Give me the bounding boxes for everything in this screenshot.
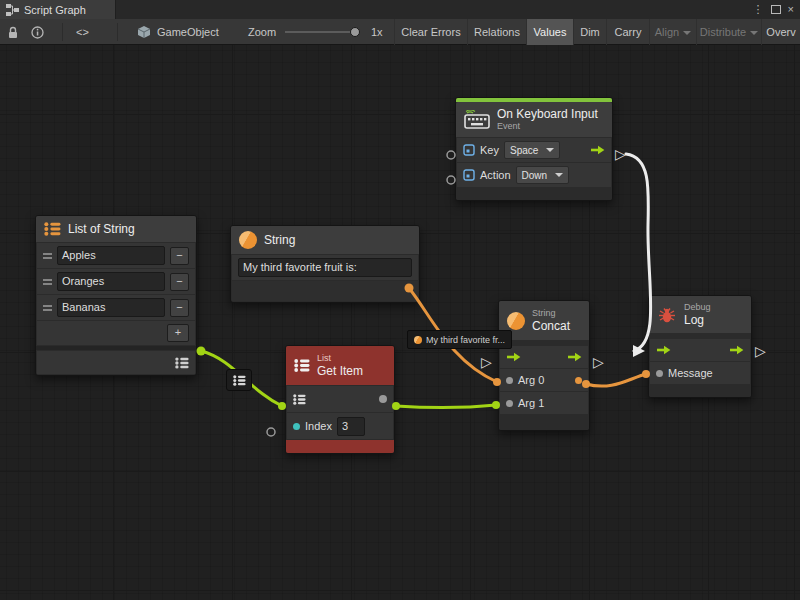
wire-concat-to-log[interactable] — [586, 374, 646, 386]
index-port-dot[interactable] — [293, 423, 300, 430]
drag-handle-icon[interactable] — [43, 279, 52, 285]
distribute-label: Distribute — [700, 26, 746, 38]
edit-code-button[interactable]: <> — [76, 19, 89, 45]
toolbar-separator — [62, 23, 63, 41]
list-icon — [175, 357, 189, 369]
graph-canvas[interactable]: On Keyboard Input Event Key Space — [0, 45, 800, 600]
wire-getitem-to-concat[interactable] — [396, 405, 496, 407]
inspect-button[interactable] — [31, 19, 44, 45]
string-value-field[interactable]: My third favorite fruit is: — [238, 258, 412, 277]
node-string-literal[interactable]: String My third favorite fruit is: — [230, 225, 420, 303]
list-item-row: Apples − — [37, 243, 195, 268]
arg1-row: Arg 1 — [500, 392, 588, 414]
wire-arrowhead — [633, 345, 645, 357]
port-getitem-index-input[interactable] — [267, 428, 275, 436]
index-row: Index 3 — [287, 413, 393, 439]
keycode-icon — [463, 144, 475, 156]
output-port-dot[interactable] — [379, 395, 387, 403]
graph-toolbar: <> GameObject Zoom 1x Clear Errors Relat… — [0, 19, 800, 45]
close-icon[interactable]: × — [788, 0, 794, 19]
node-header: List Get Item — [286, 346, 394, 385]
node-concat[interactable]: String Concat Arg 0 — [498, 300, 590, 431]
node-category: List — [317, 353, 363, 364]
remove-item-button[interactable]: − — [170, 247, 189, 265]
remove-item-button[interactable]: − — [170, 299, 189, 317]
node-title: List of String — [68, 222, 135, 236]
node-subtitle: Event — [497, 121, 598, 132]
list-item-field[interactable]: Bananas — [57, 298, 165, 317]
flow-input-arrow-icon[interactable] — [656, 345, 671, 355]
add-item-button[interactable]: + — [167, 324, 189, 342]
port-list-output[interactable] — [197, 347, 206, 356]
list-item-field[interactable]: Oranges — [57, 272, 165, 291]
key-row: Key Space — [457, 138, 611, 162]
drag-handle-icon[interactable] — [43, 253, 52, 259]
index-field[interactable]: 3 — [337, 417, 365, 436]
code-icon: <> — [76, 26, 89, 38]
list-item-field[interactable]: Apples — [57, 246, 165, 265]
node-list-of-string[interactable]: List of String Apples − Oranges − Banana… — [35, 215, 197, 376]
action-row: Action Down — [457, 163, 611, 187]
carry-button[interactable]: Carry — [606, 19, 649, 45]
distribute-button[interactable]: Distribute — [696, 19, 761, 45]
drag-handle-icon[interactable] — [43, 305, 52, 311]
message-port-dot[interactable] — [656, 370, 663, 377]
string-value-bubble: My third favorite fr... — [407, 330, 512, 349]
window-menu-icon[interactable]: ⋮ — [753, 0, 764, 19]
relations-button[interactable]: Relations — [467, 19, 526, 45]
arg0-row: Arg 0 — [500, 369, 588, 391]
node-title: Concat — [532, 319, 570, 333]
flow-row — [650, 339, 750, 361]
clear-errors-button[interactable]: Clear Errors — [394, 19, 467, 45]
gameobject-selector[interactable]: GameObject — [137, 19, 219, 45]
dim-button[interactable]: Dim — [573, 19, 606, 45]
flow-output-arrow-icon[interactable] — [567, 352, 582, 362]
string-type-icon — [507, 312, 525, 330]
node-title: Log — [684, 313, 711, 327]
list-output-row — [37, 351, 195, 374]
tab-script-graph[interactable]: Script Graph — [0, 0, 116, 19]
node-log[interactable]: Debug Log Message — [648, 295, 752, 398]
chevron-down-icon — [683, 31, 691, 35]
align-button[interactable]: Align — [649, 19, 696, 45]
string-type-icon — [239, 231, 257, 249]
zoom-slider[interactable] — [285, 31, 357, 33]
gameobject-icon — [137, 25, 151, 39]
string-value-row: My third favorite fruit is: — [232, 255, 418, 280]
add-item-row: + — [37, 321, 195, 345]
arg1-port-dot[interactable] — [506, 400, 513, 407]
flow-triangle-icon: ▷ — [481, 355, 492, 369]
zoom-value: 1x — [371, 19, 383, 45]
node-category: String — [532, 308, 570, 319]
remove-item-button[interactable]: − — [170, 273, 189, 291]
action-dropdown[interactable]: Down — [516, 166, 570, 184]
flow-output-arrow-icon[interactable] — [729, 345, 744, 355]
action-value: Down — [522, 170, 548, 181]
flow-triangle-icon: ▷ — [615, 147, 626, 161]
toolbar-separator — [117, 23, 118, 41]
lock-button[interactable] — [7, 19, 19, 45]
node-header: String Concat — [499, 301, 589, 340]
key-dropdown[interactable]: Space — [504, 141, 560, 159]
values-button[interactable]: Values — [526, 19, 573, 45]
graph-icon — [6, 4, 19, 16]
flow-output-arrow-icon[interactable] — [590, 145, 605, 155]
list-icon — [44, 222, 61, 236]
port-keyboard-key-input[interactable] — [447, 151, 455, 159]
zoom-slider-knob[interactable] — [350, 27, 360, 37]
node-category: Debug — [684, 302, 711, 313]
maximize-icon[interactable] — [771, 5, 781, 14]
port-keyboard-action-input[interactable] — [447, 176, 455, 184]
zoom-label: Zoom — [248, 19, 276, 45]
node-footer — [649, 385, 751, 397]
overview-button[interactable]: Overv — [761, 19, 800, 45]
node-title: On Keyboard Input — [497, 107, 598, 121]
arg0-port-dot[interactable] — [506, 377, 513, 384]
node-on-keyboard-input[interactable]: On Keyboard Input Event Key Space — [455, 97, 613, 201]
flow-input-arrow-icon[interactable] — [506, 352, 521, 362]
node-get-item[interactable]: List Get Item Index 3 — [285, 345, 395, 454]
arg0-label: Arg 0 — [518, 374, 544, 386]
result-port-dot[interactable] — [575, 377, 582, 384]
script-graph-window: Script Graph ⋮ × <> — [0, 0, 800, 600]
node-footer — [499, 415, 589, 430]
